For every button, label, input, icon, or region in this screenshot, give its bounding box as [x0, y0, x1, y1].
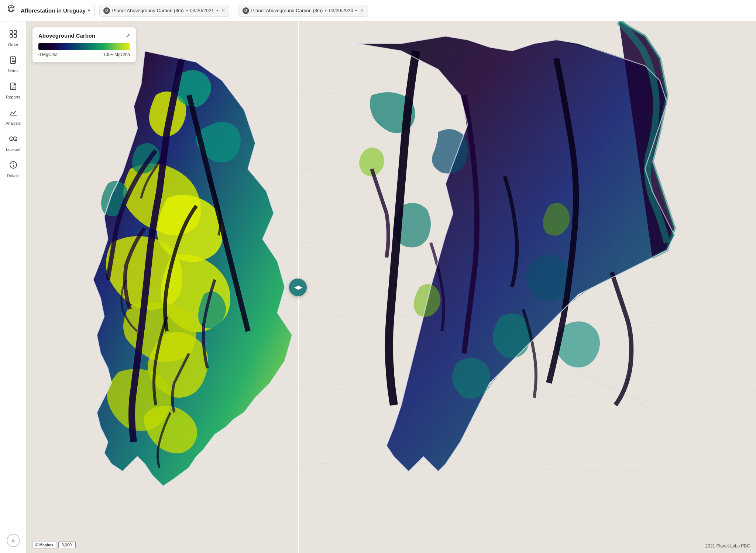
colorbar-labels: 0 MgC/ha 100+ MgC/ha — [38, 52, 130, 57]
sidebar-item-details[interactable]: Details — [1, 157, 25, 182]
sidebar-analysis-label: Analysis — [6, 121, 21, 125]
tab1-date: 03/20/2021 — [190, 8, 214, 13]
tab2-layer-chevron[interactable]: ▾ — [325, 8, 327, 13]
right-map-background — [298, 21, 756, 553]
details-icon — [9, 160, 18, 172]
split-handle-button[interactable]: ◀▶ — [289, 279, 307, 296]
legend-expand-button[interactable]: ⤢ — [126, 33, 130, 38]
mapbox-label: Mapbox — [39, 543, 54, 547]
left-map-panel: Aboveground Carbon ⤢ 0 MgC/ha 100+ MgC/h… — [27, 21, 298, 553]
notes-icon — [9, 56, 18, 67]
svg-marker-2 — [9, 7, 13, 11]
sidebar-details-label: Details — [7, 173, 20, 178]
tab1-layer: Planet Aboveground Carbon (3m) — [112, 8, 184, 13]
sidebar-bottom: » — [7, 534, 20, 553]
project-name-button[interactable]: Afforestation in Uruguay ▾ — [21, 7, 90, 14]
tab1-badge: D — [103, 7, 110, 14]
reports-icon — [9, 82, 18, 93]
sidebar-item-order[interactable]: Order — [1, 26, 25, 51]
split-handle-icon: ◀▶ — [294, 284, 302, 291]
map-area: Aboveground Carbon ⤢ 0 MgC/ha 100+ MgC/h… — [27, 21, 756, 553]
tab2-close-button[interactable]: ✕ — [360, 8, 364, 13]
sidebar-item-notes[interactable]: Notes — [1, 52, 25, 77]
map-copyright: 2021 Planet Labs PBC — [705, 543, 750, 549]
left-map-background — [27, 21, 298, 553]
tab-separator-1 — [94, 5, 95, 16]
colorbar — [38, 43, 130, 50]
right-map-panel: 2021 Planet Labs PBC — [298, 21, 756, 553]
order-icon — [9, 30, 18, 41]
svg-point-21 — [10, 137, 13, 141]
analysis-icon — [9, 108, 18, 119]
expand-icon: » — [11, 537, 15, 544]
project-chevron-icon: ▾ — [88, 8, 90, 13]
svg-rect-9 — [10, 31, 13, 33]
tab2-badge: D — [243, 7, 249, 14]
tab2-layer: Planet Aboveground Carbon (3m) — [251, 8, 323, 13]
scale-label: 3,000' — [62, 543, 73, 547]
scale-bar: 3,000' — [58, 542, 76, 548]
tab1-layer-chevron[interactable]: ▾ — [186, 8, 188, 13]
svg-rect-12 — [14, 35, 17, 37]
sidebar-item-lookout[interactable]: Lookout — [1, 131, 25, 155]
colorbar-min-label: 0 MgC/ha — [38, 52, 58, 57]
lookout-icon — [8, 134, 18, 145]
topbar: Afforestation in Uruguay ▾ D Planet Abov… — [0, 0, 756, 21]
svg-rect-11 — [10, 35, 13, 37]
legend-title-text: Aboveground Carbon — [38, 32, 95, 39]
sidebar-item-analysis[interactable]: Analysis — [1, 104, 25, 129]
tab2-date-chevron[interactable]: ▾ — [355, 8, 357, 13]
copyright-text: 2021 Planet Labs PBC — [705, 543, 750, 549]
app-logo[interactable] — [4, 3, 18, 18]
mapbox-logo: © Mapbox — [32, 541, 56, 549]
tab2-date: 03/20/2024 — [329, 8, 353, 13]
project-name-label: Afforestation in Uruguay — [21, 7, 86, 14]
tab-separator-2 — [234, 5, 234, 16]
map-tab-1[interactable]: D Planet Aboveground Carbon (3m) ▾ 03/20… — [99, 5, 229, 17]
sidebar-notes-label: Notes — [8, 69, 18, 73]
map-tab-2[interactable]: D Planet Aboveground Carbon (3m) ▾ 03/20… — [238, 5, 368, 17]
sidebar-reports-label: Reports — [6, 95, 20, 99]
mapbox-circle-icon: © — [35, 542, 38, 547]
svg-point-22 — [13, 137, 17, 141]
sidebar-lookout-label: Lookout — [6, 147, 20, 152]
tab1-close-button[interactable]: ✕ — [221, 8, 225, 13]
sidebar-order-label: Order — [8, 42, 18, 47]
expand-sidebar-button[interactable]: » — [7, 534, 20, 547]
colorbar-max-label: 100+ MgC/ha — [103, 52, 130, 57]
svg-rect-10 — [14, 31, 17, 33]
sidebar-item-reports[interactable]: Reports — [1, 78, 25, 103]
mapbox-attribution: © Mapbox 3,000' — [32, 541, 76, 549]
legend-title: Aboveground Carbon ⤢ — [38, 32, 130, 39]
sidebar: Order Notes Reports — [0, 21, 27, 553]
tab1-date-chevron[interactable]: ▾ — [216, 8, 218, 13]
legend-card: Aboveground Carbon ⤢ 0 MgC/ha 100+ MgC/h… — [32, 27, 136, 62]
